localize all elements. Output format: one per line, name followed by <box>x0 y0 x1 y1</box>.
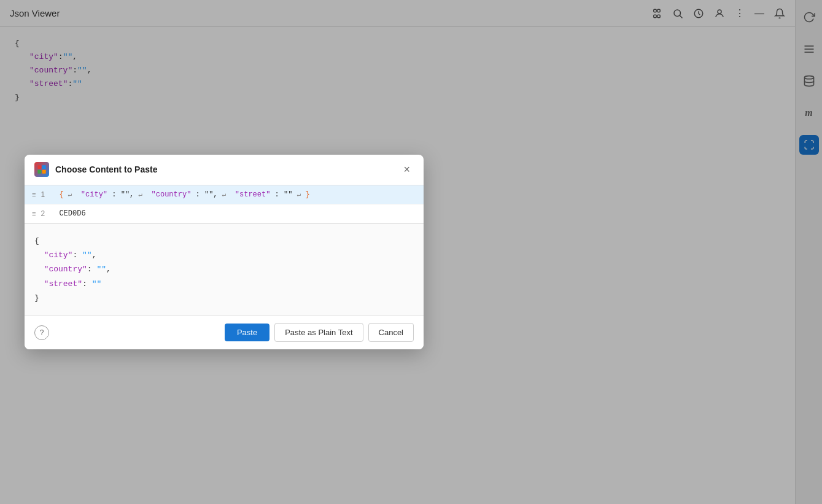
item-lines-icon-1: ≡ <box>32 191 36 198</box>
item-lines-icon-2: ≡ <box>32 210 36 217</box>
preview-area: { "city": "", "country": "", "street": "… <box>25 224 424 316</box>
item-content-2: CED0D6 <box>59 209 416 218</box>
clipboard-item-1[interactable]: ≡ 1 { ↵ "city" : "", ↵ "country" : "", ↵… <box>25 185 424 204</box>
dialog-header-left: Choose Content to Paste <box>34 162 157 177</box>
help-button[interactable]: ? <box>34 325 49 340</box>
footer-right: Paste Paste as Plain Text Cancel <box>225 323 414 342</box>
preview-line-street: "street": "" <box>34 277 414 291</box>
paste-dialog: Choose Content to Paste × ≡ 1 { ↵ "city"… <box>25 155 424 350</box>
clipboard-item-2[interactable]: ≡ 2 CED0D6 <box>25 204 424 223</box>
preview-line-1: { <box>34 234 414 248</box>
dialog-title: Choose Content to Paste <box>55 165 157 174</box>
preview-line-country: "country": "", <box>34 262 414 276</box>
paste-button[interactable]: Paste <box>225 324 269 341</box>
app-icon <box>34 162 49 177</box>
preview-line-city: "city": "", <box>34 248 414 262</box>
svg-rect-8 <box>37 165 41 169</box>
footer-left: ? <box>34 325 49 340</box>
dialog-footer: ? Paste Paste as Plain Text Cancel <box>25 316 424 349</box>
dialog-header: Choose Content to Paste × <box>25 155 424 185</box>
close-button[interactable]: × <box>400 162 414 177</box>
svg-rect-10 <box>37 170 41 174</box>
svg-rect-11 <box>42 170 46 174</box>
clipboard-list: ≡ 1 { ↵ "city" : "", ↵ "country" : "", ↵… <box>25 185 424 224</box>
preview-line-close: } <box>34 291 414 305</box>
item-number-1: 1 <box>41 190 53 199</box>
app-container: Json Viewer <box>0 0 822 504</box>
paste-plain-button[interactable]: Paste as Plain Text <box>274 323 363 342</box>
item-content-1: { ↵ "city" : "", ↵ "country" : "", ↵ "st… <box>59 190 416 199</box>
item-number-2: 2 <box>41 209 53 218</box>
modal-overlay: Choose Content to Paste × ≡ 1 { ↵ "city"… <box>0 0 822 504</box>
cancel-button[interactable]: Cancel <box>368 323 414 342</box>
svg-rect-9 <box>42 165 46 169</box>
